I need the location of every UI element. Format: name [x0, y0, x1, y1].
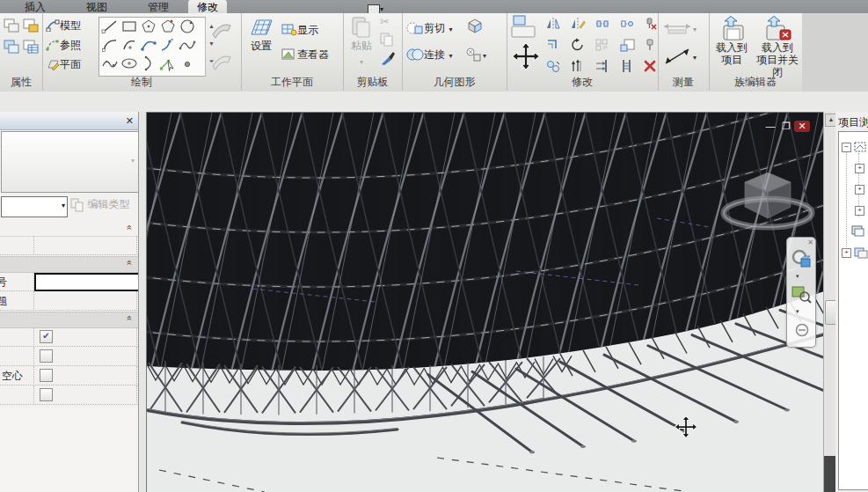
section-collapse-bar[interactable]: »: [0, 222, 138, 237]
tree-expander-1[interactable]: +: [855, 164, 864, 173]
draw-inscribed-polygon-tool[interactable]: [140, 18, 159, 36]
tree-expander-2[interactable]: +: [855, 185, 864, 195]
load-into-project-button[interactable]: 载入到项目: [711, 15, 753, 66]
cut-dropdown-icon[interactable]: ▾: [449, 26, 452, 33]
type-selector-combo[interactable]: ▾: [1, 196, 68, 217]
checkbox-row-hollow[interactable]: 空心: [0, 366, 138, 386]
draw-line-tool[interactable]: [101, 18, 120, 36]
panel-label-modify[interactable]: 修改: [507, 75, 658, 90]
offset-icon[interactable]: [543, 36, 563, 55]
measure-between-refs-button[interactable]: ▾: [661, 18, 697, 36]
close-view-icon[interactable]: ✕: [794, 121, 810, 132]
load-into-project-close-button[interactable]: 载入到项目并关闭: [755, 15, 800, 78]
param-row-title[interactable]: 标题: [0, 291, 138, 311]
panel-label-family-editor[interactable]: 族编辑器: [709, 75, 802, 90]
draw-arc-tool[interactable]: [101, 36, 120, 55]
checkbox-row-1[interactable]: [0, 347, 138, 366]
panel-label-geometry[interactable]: 几何图形: [402, 75, 507, 90]
draw-rectangle-tool[interactable]: [120, 18, 140, 36]
measure-dimension-button[interactable]: ▾: [661, 47, 697, 64]
tab-insert[interactable]: 插入: [16, 0, 55, 13]
array-icon[interactable]: P: [593, 36, 612, 55]
panel-label-workplane[interactable]: 工作平面: [241, 75, 343, 90]
family-types-button[interactable]: [23, 40, 40, 55]
trim-corner-icon[interactable]: [543, 57, 563, 77]
pick-3d-edges-button[interactable]: [208, 15, 236, 43]
paste-button[interactable]: 粘贴▾: [345, 15, 378, 68]
panel-label-measure[interactable]: 测量: [658, 75, 709, 90]
pick-3d-edges-button-2[interactable]: [208, 45, 236, 73]
match-type-brush-icon[interactable]: [380, 50, 396, 66]
zoom-region-icon[interactable]: [791, 283, 812, 305]
pan-tool-icon[interactable]: [794, 322, 815, 343]
draw-tangent-arc-tool[interactable]: [140, 36, 159, 55]
unpin-icon[interactable]: [640, 15, 660, 34]
panel-label-draw[interactable]: 绘制: [42, 75, 241, 90]
align-icon[interactable]: [593, 57, 612, 77]
checkbox[interactable]: [40, 388, 53, 401]
mirror-pick-axis-icon[interactable]: [543, 15, 563, 34]
draw-partial-ellipse-tool[interactable]: [140, 55, 159, 73]
checkbox[interactable]: [40, 349, 53, 363]
properties-palette-button[interactable]: [4, 18, 20, 34]
join-geometry-button[interactable]: 连接 ▾: [406, 45, 452, 62]
draw-circle-tool[interactable]: [179, 18, 198, 36]
trim-extend-icon[interactable]: [617, 57, 637, 77]
draw-model-button[interactable]: 模型: [46, 16, 81, 33]
draw-ellipse-tool[interactable]: [120, 55, 140, 73]
view-cube[interactable]: [720, 158, 817, 239]
panel-label-clipboard[interactable]: 剪贴板: [343, 75, 402, 90]
dimension-edit-icon[interactable]: [617, 15, 637, 34]
swap-dropdown-icon[interactable]: ▾: [483, 52, 486, 60]
mirror-draw-axis-icon[interactable]: [568, 15, 587, 34]
set-workplane-button[interactable]: 设置: [244, 15, 278, 52]
navbar-close-icon[interactable]: ✕: [807, 239, 813, 246]
tree-expander-3[interactable]: +: [855, 206, 864, 216]
minimize-view-icon[interactable]: —: [762, 121, 778, 131]
tree-expander-families[interactable]: +: [842, 248, 851, 258]
type-preview-box[interactable]: ▾: [1, 131, 139, 193]
drawing-view-3d[interactable]: —❐✕ ✕ ▾ ▾: [146, 112, 824, 492]
measure-dropdown-icon[interactable]: ▾: [693, 26, 697, 33]
dimension-dropdown-icon[interactable]: ▾: [693, 54, 697, 62]
draw-circumscribed-polygon-tool[interactable]: [159, 18, 179, 36]
view-vertical-scrollbar[interactable]: ▲: [823, 112, 836, 492]
cut-icon[interactable]: ✂: [380, 15, 390, 28]
navigation-bar[interactable]: ✕ ▾ ▾: [786, 237, 816, 348]
copy-icon[interactable]: [380, 33, 394, 47]
paste-dropdown-icon[interactable]: ▾: [360, 58, 363, 66]
checkbox[interactable]: [40, 369, 53, 382]
draw-center-arc-tool[interactable]: [120, 36, 140, 55]
tree-expander-views[interactable]: −: [842, 143, 851, 152]
scale-icon[interactable]: [617, 36, 637, 55]
draw-reference-button[interactable]: 参照: [46, 35, 81, 53]
close-icon[interactable]: ✕: [126, 115, 134, 127]
steering-wheel-icon[interactable]: [791, 248, 812, 269]
project-browser-tree[interactable]: − + + + +: [838, 131, 868, 490]
cut-geometry-button[interactable]: 剪切 ▾: [406, 18, 452, 36]
join-dropdown-icon[interactable]: ▾: [449, 52, 452, 60]
pin-icon[interactable]: [640, 36, 660, 55]
wheel-dropdown-icon[interactable]: ▾: [796, 273, 799, 280]
section-header-other[interactable]: »: [0, 312, 138, 328]
number-input[interactable]: [34, 273, 140, 291]
tab-view[interactable]: 视图: [77, 0, 116, 13]
checkbox-row-0[interactable]: ✔: [0, 327, 138, 347]
zoom-dropdown-icon[interactable]: ▾: [796, 308, 799, 315]
draw-fillet-arc-tool[interactable]: [159, 36, 179, 55]
delete-icon[interactable]: [640, 57, 660, 77]
tab-modify[interactable]: 修改: [188, 0, 227, 13]
move-tool-icon[interactable]: [511, 41, 541, 71]
section-header-text[interactable]: »: [0, 256, 138, 273]
select-state-icon[interactable]: [511, 15, 537, 38]
draw-plane-button[interactable]: 平面: [46, 55, 81, 72]
properties-toggle-button[interactable]: [4, 40, 20, 55]
workplane-viewer-button[interactable]: 查看器: [281, 45, 329, 62]
panel-label-properties[interactable]: 属性: [0, 75, 42, 90]
active-tool-indicator[interactable]: ▾: [368, 1, 398, 12]
split-element-icon[interactable]: [568, 57, 587, 77]
checkbox-row-3[interactable]: [0, 386, 138, 405]
swap-geometry-icon[interactable]: ▾: [465, 45, 486, 62]
rotate-icon[interactable]: [568, 36, 587, 55]
restore-view-icon[interactable]: ❐: [778, 121, 794, 132]
